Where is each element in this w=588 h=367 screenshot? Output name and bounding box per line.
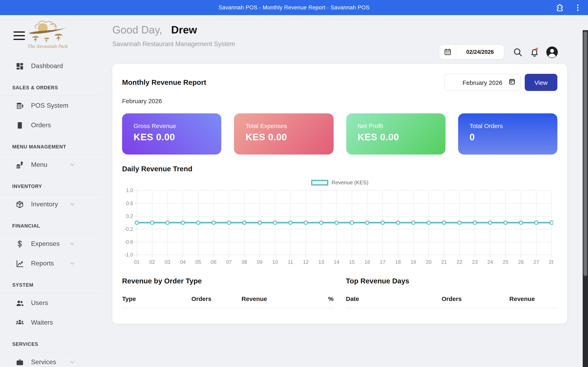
line-chart-icon bbox=[16, 259, 24, 268]
stat-card-total-orders: Total Orders0 bbox=[458, 113, 558, 155]
hamburger-menu-icon[interactable] bbox=[13, 31, 25, 40]
sidebar-item-orders[interactable]: Orders bbox=[0, 115, 103, 135]
report-month-label: February 2026 bbox=[122, 98, 557, 104]
svg-text:22: 22 bbox=[457, 259, 462, 265]
sidebar-item-label: Orders bbox=[31, 122, 51, 129]
view-button[interactable]: View bbox=[525, 74, 557, 91]
stat-value: KES 0.00 bbox=[246, 132, 334, 143]
svg-text:15: 15 bbox=[349, 259, 355, 265]
sidebar-item-label: Menu bbox=[31, 161, 47, 168]
stat-card-total-expenses: Total ExpensesKES 0.00 bbox=[234, 113, 334, 155]
column-header-orders: Orders bbox=[175, 295, 228, 302]
column-header-revenue: Revenue bbox=[228, 295, 281, 302]
window-title: Savannah POS - Monthly Revenue Report - … bbox=[218, 4, 370, 11]
table-header-row: DateOrdersRevenue bbox=[346, 295, 557, 308]
dashboard-icon bbox=[16, 62, 24, 70]
scrollbar-thumb[interactable] bbox=[584, 31, 587, 276]
chart-legend: Revenue (KES) bbox=[122, 179, 557, 185]
sidebar-item-waiters[interactable]: Waiters bbox=[0, 313, 103, 332]
sidebar-section-title: FINANCIAL bbox=[0, 223, 103, 229]
month-input[interactable]: February 2026 bbox=[444, 74, 521, 91]
chevron-down-icon bbox=[69, 261, 75, 266]
column-header-type: Type bbox=[122, 295, 175, 302]
svg-text:26: 26 bbox=[518, 259, 524, 265]
chevron-down-icon bbox=[69, 241, 75, 247]
sidebar-item-services[interactable]: Services bbox=[0, 352, 103, 367]
svg-text:25: 25 bbox=[503, 259, 508, 265]
search-icon[interactable] bbox=[513, 47, 523, 57]
main-content: Good Day, Drew Savannah Restaurant Manag… bbox=[103, 15, 588, 367]
receipt-icon bbox=[16, 121, 24, 129]
sidebar-item-pos-system[interactable]: POS System bbox=[0, 96, 103, 115]
column-header-revenue: Revenue bbox=[487, 295, 557, 302]
chevron-down-icon bbox=[69, 359, 75, 365]
svg-text:03: 03 bbox=[165, 259, 171, 265]
sidebar-item-reports[interactable]: Reports bbox=[0, 254, 103, 273]
svg-text:0.2: 0.2 bbox=[126, 213, 133, 219]
sidebar-item-menu[interactable]: Menu bbox=[0, 155, 103, 175]
sidebar-item-expenses[interactable]: Expenses bbox=[0, 234, 103, 254]
greeting-username: Drew bbox=[171, 24, 197, 36]
header-date-picker[interactable]: 02/24/2026 bbox=[439, 44, 504, 59]
sidebar-item-dashboard[interactable]: Dashboard bbox=[0, 56, 103, 76]
browser-titlebar: Savannah POS - Monthly Revenue Report - … bbox=[0, 0, 588, 15]
avatar[interactable] bbox=[546, 46, 558, 58]
sidebar-item-users[interactable]: Users bbox=[0, 293, 103, 313]
column-header-orders: Orders bbox=[416, 295, 487, 302]
svg-text:16: 16 bbox=[364, 259, 370, 265]
sidebar: The Savannah Park Dashboard SALES & ORDE… bbox=[0, 15, 103, 367]
svg-text:01: 01 bbox=[134, 259, 140, 265]
notification-bell-icon[interactable] bbox=[530, 47, 539, 57]
stat-value: 0 bbox=[470, 132, 558, 143]
inventory-box-icon bbox=[16, 200, 24, 209]
sidebar-section-title: INVENTORY bbox=[0, 184, 103, 189]
sidebar-section-title: SERVICES bbox=[0, 341, 103, 347]
legend-swatch bbox=[311, 180, 328, 185]
svg-text:14: 14 bbox=[334, 259, 339, 265]
svg-text:1.0: 1.0 bbox=[126, 188, 133, 193]
sidebar-item-label: Waiters bbox=[31, 319, 53, 326]
sidebar-section-title: MENU MANAGEMENT bbox=[0, 144, 103, 150]
svg-text:06: 06 bbox=[211, 259, 216, 265]
monthly-revenue-report-card: Monthly Revenue Report February 2026 bbox=[112, 64, 567, 324]
svg-text:13: 13 bbox=[318, 259, 324, 265]
stat-label: Net Profit bbox=[357, 122, 445, 129]
table-header-row: TypeOrdersRevenue% bbox=[122, 295, 334, 308]
page-greeting: Good Day, Drew bbox=[112, 24, 588, 36]
top-revenue-days-table: Top Revenue Days DateOrdersRevenue bbox=[346, 277, 557, 314]
kebab-menu-icon[interactable] bbox=[573, 3, 582, 12]
column-header-: % bbox=[281, 295, 334, 302]
svg-text:18: 18 bbox=[395, 259, 401, 265]
svg-text:-1.0: -1.0 bbox=[124, 252, 133, 258]
report-title: Monthly Revenue Report bbox=[122, 78, 206, 87]
sidebar-item-label: Expenses bbox=[31, 240, 60, 248]
svg-text:04: 04 bbox=[180, 259, 186, 265]
chart-title: Daily Revenue Trend bbox=[122, 165, 557, 173]
sidebar-item-label: Users bbox=[31, 299, 48, 307]
svg-text:23: 23 bbox=[472, 259, 478, 265]
stat-value: KES 0.00 bbox=[357, 132, 445, 143]
stat-card-net-profit: Net ProfitKES 0.00 bbox=[346, 113, 445, 155]
restaurant-logo: The Savannah Park bbox=[26, 17, 69, 56]
svg-text:07: 07 bbox=[226, 259, 232, 265]
logo-caption: The Savannah Park bbox=[27, 44, 68, 49]
extensions-puzzle-icon[interactable] bbox=[555, 3, 564, 12]
sidebar-item-label: POS System bbox=[31, 102, 68, 109]
svg-text:27: 27 bbox=[534, 259, 539, 265]
header-controls: 02/24/2026 bbox=[439, 44, 558, 59]
sidebar-section-title: SYSTEM bbox=[0, 282, 103, 288]
briefcase-icon bbox=[16, 358, 24, 366]
stat-value: KES 0.00 bbox=[134, 132, 222, 143]
svg-text:10: 10 bbox=[272, 259, 278, 265]
svg-text:24: 24 bbox=[487, 259, 493, 265]
svg-text:28: 28 bbox=[549, 259, 553, 265]
stat-label: Total Orders bbox=[470, 122, 558, 129]
scrollbar-track[interactable] bbox=[583, 30, 588, 367]
daily-revenue-trend-chart: 1.00.60.2-0.2-0.6-1.00102030405060708091… bbox=[122, 188, 557, 268]
column-header-date: Date bbox=[346, 295, 416, 302]
svg-text:-0.6: -0.6 bbox=[124, 239, 133, 245]
sidebar-item-inventory[interactable]: Inventory bbox=[0, 194, 103, 214]
table-title: Revenue by Order Type bbox=[122, 277, 334, 285]
users-icon bbox=[16, 299, 24, 307]
sidebar-item-label: Services bbox=[31, 359, 56, 366]
